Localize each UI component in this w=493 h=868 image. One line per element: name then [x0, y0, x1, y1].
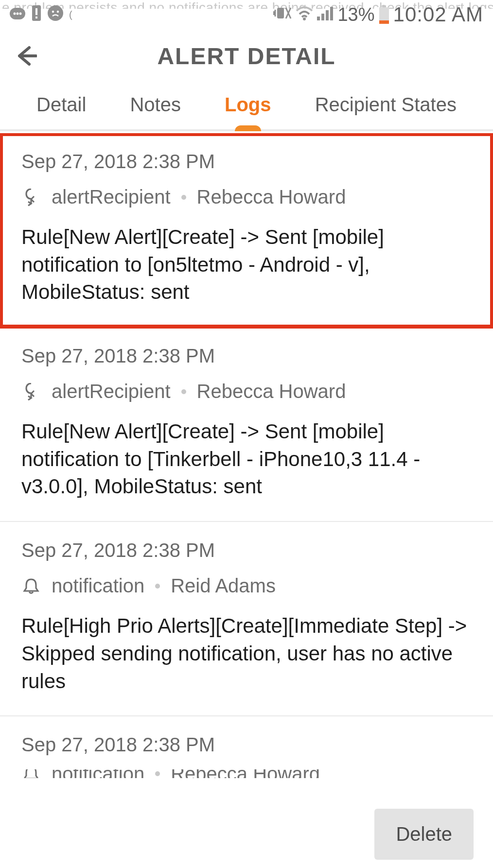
titlebar: ALERT DETAIL — [0, 29, 493, 83]
warning-icon — [31, 5, 42, 24]
tab-logs[interactable]: Logs — [220, 80, 276, 129]
tabs: Detail Notes Logs Recipient States — [0, 83, 493, 131]
svg-point-9 — [57, 10, 59, 12]
delete-button[interactable]: Delete — [374, 809, 474, 860]
log-message: Rule[New Alert][Create] -> Sent [mobile]… — [21, 418, 472, 501]
wifi-icon — [296, 6, 313, 24]
svg-rect-10 — [277, 8, 284, 18]
page-title: ALERT DETAIL — [53, 43, 440, 69]
log-message: Rule[New Alert][Create] -> Sent [mobile]… — [21, 224, 472, 306]
svg-rect-6 — [35, 17, 37, 18]
log-type-label: notification — [52, 575, 144, 597]
separator-dot-icon — [155, 584, 160, 589]
svg-rect-12 — [317, 17, 320, 20]
back-button[interactable] — [15, 45, 53, 67]
log-timestamp: Sep 27, 2018 2:38 PM — [21, 151, 472, 173]
log-type-label: alertRecipient — [52, 381, 171, 402]
android-status-bar: ( 13% 10:02 AM — [0, 0, 493, 29]
recipient-icon — [21, 382, 41, 401]
log-type-label: alertRecipient — [52, 186, 171, 208]
log-entry: Sep 27, 2018 2:38 PM alertRecipient Rebe… — [0, 328, 493, 522]
log-entry: Sep 27, 2018 2:38 PM notification Reid A… — [0, 522, 493, 716]
speech-bubble-icon — [10, 6, 25, 23]
log-actor: Reid Adams — [171, 575, 276, 597]
battery-percent: 13% — [337, 4, 374, 25]
svg-point-7 — [48, 5, 63, 21]
svg-point-2 — [17, 13, 19, 15]
log-timestamp: Sep 27, 2018 2:38 PM — [21, 539, 472, 561]
separator-dot-icon — [181, 389, 186, 394]
log-actor: Rebecca Howard — [197, 381, 346, 402]
vibrate-mute-icon — [273, 5, 292, 25]
footer-bar: Delete — [0, 800, 493, 868]
bell-icon — [21, 576, 41, 596]
svg-rect-13 — [321, 14, 324, 20]
tab-detail[interactable]: Detail — [32, 80, 91, 129]
log-timestamp: Sep 27, 2018 2:38 PM — [21, 734, 472, 756]
log-actor: Rebecca Howard — [171, 769, 320, 778]
tab-notes[interactable]: Notes — [125, 80, 186, 129]
recipient-icon — [21, 188, 41, 207]
extra-dot-icon: ( — [69, 9, 72, 20]
log-message: Rule[High Prio Alerts][Create][Immediate… — [21, 612, 472, 695]
svg-rect-16 — [382, 5, 386, 7]
svg-point-3 — [19, 13, 22, 15]
log-type-label: notification — [52, 769, 144, 778]
log-timestamp: Sep 27, 2018 2:38 PM — [21, 345, 472, 367]
svg-rect-14 — [326, 10, 329, 20]
svg-rect-5 — [35, 8, 37, 15]
log-actor: Rebecca Howard — [197, 186, 346, 208]
battery-icon — [379, 5, 389, 24]
svg-point-8 — [52, 10, 54, 12]
svg-rect-15 — [330, 7, 333, 20]
svg-point-1 — [14, 13, 16, 15]
log-entry: Sep 27, 2018 2:38 PM notification Rebecc… — [0, 716, 493, 800]
status-time: 10:02 AM — [393, 3, 483, 26]
separator-dot-icon — [155, 771, 160, 776]
svg-point-11 — [303, 17, 306, 20]
logs-list[interactable]: Sep 27, 2018 2:38 PM alertRecipient Rebe… — [0, 133, 493, 800]
svg-rect-18 — [379, 20, 389, 24]
bell-icon — [21, 769, 41, 778]
cell-signal-icon — [317, 6, 334, 24]
separator-dot-icon — [181, 195, 186, 200]
face-icon — [48, 5, 63, 24]
tab-recipient-states[interactable]: Recipient States — [310, 80, 461, 129]
log-entry: Sep 27, 2018 2:38 PM alertRecipient Rebe… — [0, 133, 493, 328]
